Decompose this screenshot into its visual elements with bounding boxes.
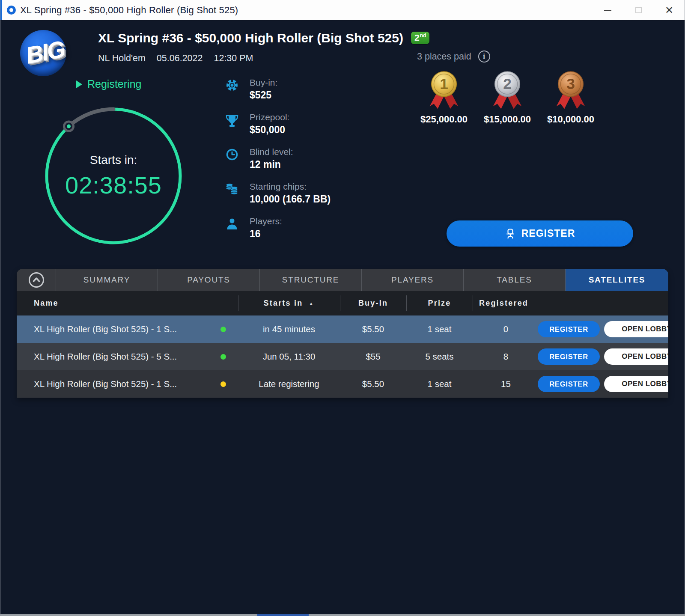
tournament-lobby-window: XL Spring #36 - $50,000 High Roller (Big… [0, 0, 685, 616]
satellite-name: XL High Roller (Big Shot 525) - 5 S... [34, 343, 177, 370]
seat-icon [505, 228, 516, 239]
prize-podium: 1 $25,000.00 2 $15,000.00 [412, 70, 602, 125]
satellite-registered: 0 [473, 315, 539, 343]
info-item-starting-chips: Starting chips: 10,000 (166.7 BB) [224, 182, 331, 205]
info-value: $525 [250, 89, 277, 101]
status-dot [220, 381, 226, 387]
game-type: NL Hold'em [98, 53, 146, 64]
starts-in-label: Starts in: [90, 153, 137, 167]
satellite-prize: 1 seat [406, 370, 473, 398]
satellite-buy-in: $5.50 [340, 315, 406, 343]
first-place-amount: $25,000.00 [420, 114, 468, 125]
tab-tables[interactable]: TABLES [464, 269, 566, 291]
info-value: $50,000 [250, 124, 289, 136]
sort-ascending-icon: ▲ [309, 301, 314, 306]
trophy-icon [224, 112, 240, 127]
register-button[interactable]: REGISTER [447, 220, 633, 247]
second-place-prize: 2 $15,000.00 [476, 70, 539, 125]
svg-text:3: 3 [566, 75, 575, 92]
tab-players[interactable]: PLAYERS [362, 269, 464, 291]
row-register-button[interactable]: REGISTER [538, 348, 600, 365]
satellite-prize: 5 seats [406, 343, 473, 370]
table-header: Name Starts in ▲ Buy-In Prize Registered [17, 291, 668, 315]
info-label: Prizepool: [250, 112, 289, 122]
tab-bar: SUMMARY PAYOUTS STRUCTURE PLAYERS TABLES… [17, 269, 668, 291]
info-item-players: Players: 16 [224, 216, 331, 240]
row-register-button[interactable]: REGISTER [538, 321, 600, 337]
info-label: Blind level: [250, 147, 293, 157]
places-paid-label: 3 places paid [417, 51, 471, 62]
svg-text:1: 1 [440, 75, 448, 92]
second-edition-badge: 2nd [411, 32, 429, 44]
satellite-registered: 15 [473, 370, 539, 398]
column-divider [473, 295, 473, 311]
maximize-icon [635, 7, 642, 13]
start-time: 12:30 PM [214, 53, 253, 64]
column-header-buy-in[interactable]: Buy-In [340, 291, 406, 315]
row-register-button[interactable]: REGISTER [538, 376, 600, 392]
open-lobby-button[interactable]: OPEN LOBBY [604, 348, 668, 365]
column-header-starts-in[interactable]: Starts in ▲ [238, 291, 340, 315]
app-logo-icon [7, 6, 16, 15]
registration-status: Registering [76, 78, 141, 90]
info-item-buyin: Buy-in: $525 [224, 77, 331, 101]
info-value: 12 min [250, 159, 293, 170]
third-place-prize: 3 $10,000.00 [539, 70, 602, 125]
satellite-row[interactable]: XL High Roller (Big Shot 525) - 5 S... J… [17, 343, 668, 370]
column-header-starts-in-label: Starts in [264, 299, 303, 308]
countdown-value: 02:38:55 [65, 171, 162, 199]
titlebar: XL Spring #36 - $50,000 High Roller (Big… [0, 0, 685, 21]
minimize-button[interactable] [592, 0, 623, 20]
window-title: XL Spring #36 - $50,000 High Roller (Big… [20, 5, 238, 16]
chip-stack-icon [224, 182, 240, 196]
page-title: XL Spring #36 - $50,000 High Roller (Big… [98, 31, 429, 45]
close-button[interactable]: ✕ [654, 0, 685, 20]
scrollbar-thumb[interactable] [257, 614, 309, 616]
big-logo: BIG [16, 28, 74, 78]
open-lobby-button[interactable]: OPEN LOBBY [604, 376, 668, 392]
tab-summary[interactable]: SUMMARY [56, 269, 158, 291]
info-value: 10,000 (166.7 BB) [250, 193, 331, 205]
info-value: 16 [250, 228, 282, 240]
tournament-title: XL Spring #36 - $50,000 High Roller (Big… [98, 31, 403, 45]
satellite-name: XL High Roller (Big Shot 525) - 1 S... [34, 315, 177, 343]
tournament-subtitle: NL Hold'em 05.06.2022 12:30 PM [98, 53, 253, 64]
bronze-medal-icon: 3 [550, 70, 591, 112]
minimize-icon [604, 10, 611, 11]
column-header-prize[interactable]: Prize [406, 291, 473, 315]
tab-payouts[interactable]: PAYOUTS [158, 269, 260, 291]
tab-structure[interactable]: STRUCTURE [260, 269, 362, 291]
player-icon [224, 216, 240, 230]
lobby-panel: SUMMARY PAYOUTS STRUCTURE PLAYERS TABLES… [17, 269, 668, 398]
satellite-row[interactable]: XL High Roller (Big Shot 525) - 1 S... i… [17, 315, 668, 343]
register-button-label: REGISTER [521, 228, 575, 239]
third-place-amount: $10,000.00 [547, 114, 594, 125]
collapse-panel-button[interactable] [17, 269, 56, 291]
info-label: Starting chips: [250, 182, 331, 192]
tab-satellites[interactable]: SATELLITES [566, 269, 668, 291]
start-date: 05.06.2022 [157, 53, 203, 64]
places-paid: 3 places paid i [417, 51, 490, 62]
satellite-starts-in: in 45 minutes [238, 315, 340, 343]
column-header-name[interactable]: Name [34, 291, 59, 315]
satellite-prize: 1 seat [406, 315, 473, 343]
info-label: Players: [250, 216, 282, 226]
info-item-blind-level: Blind level: 12 min [224, 147, 331, 170]
status-dot [220, 354, 226, 360]
info-item-prizepool: Prizepool: $50,000 [224, 112, 331, 136]
horizontal-scrollbar [0, 614, 685, 616]
clock-icon [224, 147, 240, 161]
window-controls: ✕ [592, 0, 685, 20]
timer-text: Starts in: 02:38:55 [37, 100, 190, 252]
chip-icon [224, 77, 240, 92]
open-lobby-button[interactable]: OPEN LOBBY [604, 321, 668, 337]
info-icon[interactable]: i [478, 51, 490, 62]
close-icon: ✕ [665, 5, 673, 15]
satellite-buy-in: $55 [340, 343, 406, 370]
maximize-button[interactable] [623, 0, 654, 20]
tournament-info-list: Buy-in: $525 Prizepool: $50,000 [224, 77, 331, 240]
registration-status-label: Registering [87, 78, 141, 90]
satellite-row[interactable]: XL High Roller (Big Shot 525) - 1 S... L… [17, 370, 668, 398]
column-header-registered[interactable]: Registered [479, 291, 528, 315]
lobby-content: BIG XL Spring #36 - $50,000 High Roller … [0, 21, 685, 616]
